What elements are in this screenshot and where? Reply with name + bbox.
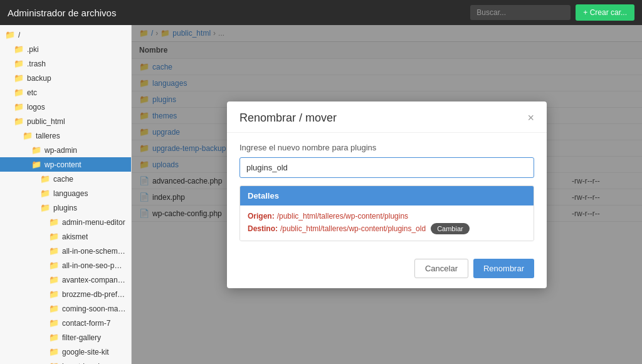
- folder-icon: 📁: [40, 189, 50, 198]
- folder-icon: 📁: [14, 73, 24, 83]
- folder-icon: 📁: [49, 304, 59, 313]
- folder-icon: 📁: [49, 361, 59, 364]
- folder-icon: 📁: [14, 88, 24, 97]
- folder-icon: 📁: [49, 289, 59, 299]
- sidebar-item-label: filter-gallery: [62, 333, 101, 342]
- sidebar-item-label: all-in-one-seo-pack: [62, 261, 126, 270]
- cancel-button[interactable]: Cancelar: [414, 259, 468, 278]
- sidebar-item-wp-content[interactable]: 📁wp-content: [0, 157, 131, 172]
- sidebar-item-insert-headers[interactable]: 📁insert-headers-and-...: [0, 359, 131, 364]
- sidebar-item-label: etc: [27, 88, 37, 97]
- sidebar-item-label: insert-headers-and-...: [62, 362, 126, 365]
- sidebar-item-avantex-companion[interactable]: 📁avantex-companion: [0, 273, 131, 287]
- folder-icon: 📁: [40, 203, 50, 212]
- main-content: 📁 / › 📁 public_html › ... Nombre 📁 cache: [132, 25, 642, 364]
- folder-icon: 📁: [14, 102, 24, 112]
- sidebar-item-label: .pki: [27, 45, 39, 54]
- sidebar-item-label: wp-admin: [45, 146, 77, 155]
- sidebar-item-akismet[interactable]: 📁akismet: [0, 229, 131, 244]
- folder-icon: 📁: [23, 131, 33, 140]
- sidebar-item-pki[interactable]: 📁.pki: [0, 42, 131, 56]
- modal-footer: Cancelar Renombrar: [227, 251, 547, 288]
- details-body: Origen: /public_html/talleres/wp-content…: [240, 205, 534, 241]
- folder-icon: 📁: [5, 30, 15, 39]
- sidebar-item-label: contact-form-7: [62, 319, 110, 328]
- dest-label: Destino:: [248, 224, 278, 233]
- modal-overlay: Renombrar / mover × Ingrese el nuevo nom…: [132, 25, 642, 364]
- modal-body: Ingrese el nuevo nombre para plugins Det…: [227, 133, 547, 251]
- sidebar-item-coming-soon[interactable]: 📁coming-soon-maintenance-...: [0, 301, 131, 316]
- sidebar-item-all-in-one-schema[interactable]: 📁all-in-one-schemaorg-ric...: [0, 244, 131, 258]
- sidebar-item-trash[interactable]: 📁.trash: [0, 56, 131, 71]
- sidebar-item-backup[interactable]: 📁backup: [0, 71, 131, 85]
- sidebar-item-filter-gallery[interactable]: 📁filter-gallery: [0, 330, 131, 345]
- sidebar-item-label: all-in-one-schemaorg-ric...: [62, 247, 126, 256]
- sidebar-item-brozzme-db[interactable]: 📁brozzme-db-prefix-change: [0, 287, 131, 301]
- sidebar-item-label: talleres: [36, 132, 60, 140]
- header-actions: + Crear car...: [470, 4, 634, 21]
- folder-icon: 📁: [14, 59, 24, 68]
- modal-title: Renombrar / mover: [239, 112, 337, 125]
- sidebar-item-label: google-site-kit: [62, 348, 109, 356]
- folder-icon: 📁: [31, 160, 41, 169]
- sidebar-item-root[interactable]: 📁/: [0, 28, 131, 42]
- sidebar-item-admin-menu-editor[interactable]: 📁admin-menu-editor: [0, 215, 131, 229]
- sidebar-item-label: coming-soon-maintenance-...: [62, 304, 126, 313]
- sidebar-item-label: admin-menu-editor: [62, 218, 125, 227]
- main-layout: 📁/📁.pki📁.trash📁backup📁etc📁logos📁public_h…: [0, 25, 642, 364]
- sidebar-item-talleres[interactable]: 📁talleres: [0, 128, 131, 143]
- folder-icon: 📁: [49, 318, 59, 328]
- modal-header: Renombrar / mover ×: [227, 101, 547, 133]
- folder-icon: 📁: [40, 174, 50, 184]
- folder-icon: 📁: [49, 232, 59, 241]
- sidebar-item-label: akismet: [62, 232, 88, 241]
- folder-icon: 📁: [49, 333, 59, 342]
- sidebar-item-languages-sidebar[interactable]: 📁languages: [0, 186, 131, 200]
- sidebar-item-wp-admin[interactable]: 📁wp-admin: [0, 143, 131, 157]
- folder-icon: 📁: [49, 217, 59, 227]
- sidebar-item-label: plugins: [53, 204, 77, 212]
- folder-icon: 📁: [49, 246, 59, 256]
- sidebar-item-label: brozzme-db-prefix-change: [62, 290, 126, 299]
- dest-value: /public_html/talleres/wp-content/plugins…: [280, 224, 426, 233]
- modal-label: Ingrese el nuevo nombre para plugins: [239, 143, 534, 152]
- origin-row: Origen: /public_html/talleres/wp-content…: [248, 212, 526, 221]
- folder-icon: 📁: [14, 117, 24, 126]
- folder-icon: 📁: [49, 261, 59, 270]
- origin-label: Origen:: [248, 212, 275, 221]
- sidebar: 📁/📁.pki📁.trash📁backup📁etc📁logos📁public_h…: [0, 25, 132, 364]
- cambiar-button[interactable]: Cambiar: [431, 223, 470, 234]
- new-name-input[interactable]: [239, 157, 534, 178]
- sidebar-item-label: logos: [27, 103, 45, 112]
- sidebar-item-label: cache: [53, 175, 73, 184]
- folder-icon: 📁: [31, 145, 41, 155]
- rename-modal: Renombrar / mover × Ingrese el nuevo nom…: [227, 101, 547, 288]
- folder-icon: 📁: [14, 44, 24, 54]
- sidebar-item-google-site-kit[interactable]: 📁google-site-kit: [0, 345, 131, 359]
- sidebar-item-label: public_html: [27, 117, 65, 126]
- sidebar-item-plugins-sidebar[interactable]: 📁plugins: [0, 200, 131, 215]
- folder-icon: 📁: [49, 275, 59, 284]
- sidebar-item-logos[interactable]: 📁logos: [0, 100, 131, 114]
- sidebar-item-all-in-one-seo[interactable]: 📁all-in-one-seo-pack: [0, 258, 131, 273]
- details-section: Detalles Origen: /public_html/talleres/w…: [239, 185, 534, 241]
- sidebar-item-contact-form-7[interactable]: 📁contact-form-7: [0, 316, 131, 330]
- dest-row: Destino: /public_html/talleres/wp-conten…: [248, 223, 526, 234]
- sidebar-item-public_html[interactable]: 📁public_html: [0, 114, 131, 128]
- sidebar-item-label: languages: [53, 189, 88, 198]
- sidebar-item-label: /: [18, 31, 20, 39]
- sidebar-item-label: .trash: [27, 60, 46, 68]
- folder-icon: 📁: [49, 347, 59, 356]
- details-header: Detalles: [240, 186, 534, 205]
- modal-close-button[interactable]: ×: [527, 112, 534, 123]
- rename-button[interactable]: Renombrar: [473, 259, 534, 278]
- sidebar-item-label: avantex-companion: [62, 276, 126, 284]
- app-header: Administrador de archivos + Crear car...: [0, 0, 642, 25]
- sidebar-item-cache-sidebar[interactable]: 📁cache: [0, 172, 131, 186]
- sidebar-item-label: wp-content: [45, 160, 82, 169]
- origin-value: /public_html/talleres/wp-content/plugins: [277, 212, 408, 221]
- create-button[interactable]: + Crear car...: [576, 4, 634, 21]
- sidebar-item-etc[interactable]: 📁etc: [0, 85, 131, 100]
- search-input[interactable]: [470, 5, 571, 20]
- sidebar-item-label: backup: [27, 74, 51, 83]
